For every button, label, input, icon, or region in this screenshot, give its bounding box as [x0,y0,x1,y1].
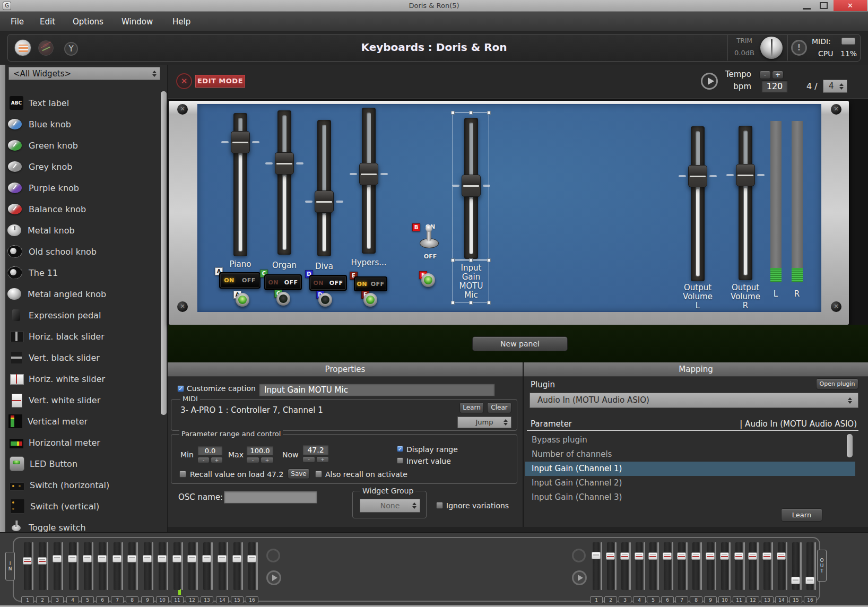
sidebar-item-switch-vertical[interactable]: Switch (vertical) [6,497,154,515]
mixer-out-fader-track-13[interactable] [763,542,770,590]
mixer-in-fader-track-7[interactable] [114,542,120,590]
mixer-out-fader-handle-16[interactable] [805,577,814,584]
sidebar-item-old-school-knob[interactable]: Old school knob [6,242,154,261]
menu-options[interactable]: Options [69,15,107,29]
mixer-out-fader-handle-5[interactable] [648,552,657,560]
mixer-in-fader-track-11[interactable] [173,542,180,590]
selection-handle[interactable] [451,301,455,305]
save-button[interactable]: Save [288,469,310,479]
menu-window[interactable]: Window [118,15,157,29]
mixer-in-fader-handle-4[interactable] [68,555,77,562]
sidebar-item-balance-knob[interactable]: Balance knob [6,200,154,218]
menu-file[interactable]: File [7,15,28,29]
sidebar-item-vertical-meter[interactable]: Vertical meter [6,412,154,430]
open-plugin-button[interactable]: Open plugin [816,378,858,389]
selection-handle[interactable] [469,111,473,115]
sidebar-item-text-label[interactable]: Text label [6,94,154,112]
now-decrement-button[interactable]: - [302,456,315,463]
selection-handle[interactable] [487,111,491,115]
tempo-decrement-button[interactable]: - [759,71,771,79]
mixer-in-fader-handle-12[interactable] [187,555,196,562]
display-range-checkbox[interactable] [397,446,403,452]
also-recall-checkbox[interactable] [315,471,322,478]
recall-value-checkbox[interactable] [179,471,186,478]
edit-mode-button[interactable]: EDIT MODE [195,75,245,88]
mixer-out-fader-track-3[interactable] [621,542,628,590]
mixer-out-fader-handle-14[interactable] [777,552,786,560]
mixer-out-fader-track-8[interactable] [692,542,699,590]
mapping-learn-button[interactable]: Learn [781,508,822,522]
led-button-f[interactable] [421,273,435,287]
mixer-in-fader-handle-11[interactable] [172,555,181,562]
caption-field[interactable]: Input Gain MOTU Mic [259,383,495,396]
sync-mode-dropdown[interactable]: Jump [457,417,511,428]
mixer-play-button[interactable] [572,570,587,585]
mixer-in-fader-handle-15[interactable] [232,555,241,562]
mixer-out-fader-handle-8[interactable] [691,552,700,560]
selection-handle[interactable] [487,258,491,262]
mixer-out-fader-track-7[interactable] [678,542,685,590]
mixer-in-fader-handle-1[interactable] [23,557,32,565]
led-button-e[interactable] [363,293,377,307]
selection-handle[interactable] [487,301,491,305]
slider-handle-organ[interactable] [275,152,294,175]
ignore-variations-checkbox[interactable] [436,502,443,509]
sidebar-item-horizontal-meter[interactable]: Horizontal meter [6,433,154,452]
mixer-out-fader-track-2[interactable] [607,542,614,590]
midi-learn-button[interactable]: Learn [459,402,484,413]
osc-name-field[interactable] [224,491,317,504]
sidebar-item-grey-knob[interactable]: Grey knob [6,158,154,176]
trim-knob[interactable] [760,37,783,59]
mixer-in-fader-track-4[interactable] [69,542,76,590]
mixer-out-fader-handle-11[interactable] [734,552,743,560]
time-signature-dropdown[interactable]: 4 [823,80,847,93]
min-field[interactable]: 0.0 [197,446,223,456]
mixer-in-fader-track-10[interactable] [159,542,166,590]
sidebar-item-horiz-black-slider[interactable]: Horiz. black slider [6,327,154,345]
now-increment-button[interactable]: + [316,456,329,463]
mixer-in-fader-track-5[interactable] [84,542,91,590]
led-button-d[interactable] [318,293,332,307]
sidebar-item-expression-pedal[interactable]: Expression pedal [6,306,154,324]
led-button-a[interactable] [236,293,249,307]
parameter-row-input-gain-channel-2[interactable]: Input Gain (Channel 2) [525,476,855,490]
mixer-out-fader-handle-1[interactable] [592,552,601,559]
mixer-out-fader-track-5[interactable] [649,542,656,590]
mixer-in-fader-track-12[interactable] [188,542,195,590]
mixer-out-fader-handle-13[interactable] [762,552,771,560]
mixer-out-fader-handle-4[interactable] [635,552,644,560]
mixer-out-fader-track-1[interactable] [593,542,600,590]
widget-group-dropdown[interactable]: None [360,499,420,513]
midi-clear-button[interactable]: Clear [487,402,511,413]
invert-value-checkbox[interactable] [397,457,403,464]
wiring-view-icon[interactable] [38,40,54,56]
selection-handle[interactable] [451,111,455,115]
mixer-out-fader-handle-9[interactable] [706,552,715,560]
onoff-switch-a[interactable]: ONOFF [219,272,261,289]
slider-handle-hypers[interactable] [359,163,378,185]
mixer-out-fader-handle-10[interactable] [720,552,729,560]
onoff-switch-d[interactable]: ONOFF [309,275,347,291]
min-increment-button[interactable]: + [211,457,223,463]
mixer-in-fader-handle-13[interactable] [202,555,211,562]
mixer-in-fader-track-1[interactable] [24,542,31,590]
sidebar-item-blue-knob[interactable]: Blue knob [6,115,154,133]
led-button-c[interactable] [276,292,290,306]
mixer-out-fader-track-4[interactable] [636,542,643,590]
slider-handle-diva[interactable] [315,190,334,213]
sidebar-item-vert-black-slider[interactable]: Vert. black slider [6,349,154,367]
widget-filter-dropdown[interactable]: <All Widgets> [8,67,160,80]
onoff-switch-e[interactable]: ONOFF [354,276,387,291]
mixer-in-fader-handle-16[interactable] [247,555,256,562]
max-increment-button[interactable]: + [261,457,274,463]
mixer-out-fader-track-12[interactable] [749,542,756,590]
tempo-increment-button[interactable]: + [772,71,784,79]
sidebar-scrollbar[interactable] [161,91,167,415]
sidebar-item-purple-knob[interactable]: Purple knob [6,179,154,197]
new-panel-button[interactable]: New panel [472,336,568,351]
mixer-in-fader-handle-9[interactable] [143,555,152,562]
mixer-in-fader-handle-3[interactable] [53,555,62,562]
mixer-out-fader-track-14[interactable] [778,542,785,590]
sidebar-item-green-knob[interactable]: Green knob [6,136,154,154]
mixer-in-fader-handle-10[interactable] [158,555,167,562]
